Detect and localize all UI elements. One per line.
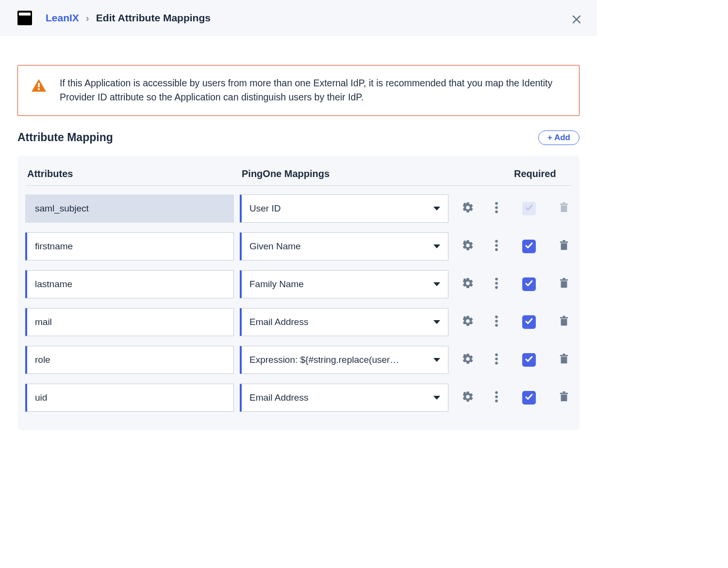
svg-point-28 — [495, 320, 498, 323]
mapping-select[interactable]: Email Address — [240, 384, 448, 412]
svg-rect-10 — [560, 203, 568, 205]
mapping-select[interactable]: Expression: ${#string.replace(user… — [240, 346, 448, 374]
more-options-button[interactable] — [495, 277, 498, 292]
svg-rect-23 — [561, 281, 567, 288]
required-checkbox[interactable] — [522, 240, 536, 253]
check-icon — [525, 241, 533, 252]
table-header: Attributes PingOne Mappings Required — [25, 168, 572, 186]
add-button[interactable]: + Add — [538, 130, 579, 145]
svg-rect-4 — [38, 88, 39, 90]
more-options-button[interactable] — [495, 315, 498, 329]
trash-icon — [559, 391, 569, 405]
kebab-icon — [495, 315, 498, 329]
more-options-button[interactable] — [495, 201, 498, 216]
check-icon — [525, 279, 533, 290]
table-row: lastnameFamily Name — [25, 270, 572, 298]
more-options-button[interactable] — [495, 353, 498, 367]
required-checkbox[interactable] — [522, 277, 536, 291]
mapping-value: Email Address — [249, 317, 308, 327]
svg-point-7 — [495, 206, 498, 209]
chevron-down-icon — [433, 207, 440, 211]
svg-point-34 — [495, 353, 498, 356]
check-icon — [525, 355, 533, 365]
svg-point-14 — [495, 244, 498, 247]
more-options-button[interactable] — [495, 239, 498, 254]
required-checkbox[interactable] — [522, 391, 536, 405]
trash-icon — [559, 315, 569, 329]
trash-icon — [559, 277, 569, 291]
attribute-input[interactable]: uid — [25, 384, 234, 412]
chevron-right-icon: › — [86, 12, 89, 24]
advanced-settings-button[interactable] — [462, 353, 474, 367]
svg-rect-31 — [560, 317, 568, 318]
close-button[interactable] — [571, 14, 582, 27]
attribute-input[interactable]: lastname — [25, 270, 234, 298]
table-row: saml_subjectUser ID — [25, 195, 572, 223]
table-row: mailEmail Address — [25, 308, 572, 336]
more-options-button[interactable] — [495, 390, 498, 405]
svg-point-6 — [495, 202, 498, 205]
svg-point-40 — [463, 391, 466, 394]
attribute-input[interactable]: mail — [25, 308, 234, 336]
svg-point-27 — [495, 315, 498, 318]
section-title: Attribute Mapping — [17, 131, 113, 144]
advanced-settings-button[interactable] — [462, 201, 474, 216]
mapping-select[interactable]: Family Name — [240, 270, 448, 298]
mapping-select[interactable]: Email Address — [240, 308, 448, 336]
table-row: firstnameGiven Name — [25, 232, 572, 260]
svg-rect-46 — [563, 391, 565, 393]
kebab-icon — [495, 277, 498, 292]
delete-button[interactable] — [559, 277, 569, 291]
kebab-icon — [495, 390, 498, 405]
svg-rect-30 — [561, 319, 567, 325]
svg-rect-38 — [560, 355, 568, 356]
svg-point-8 — [495, 210, 498, 213]
svg-rect-37 — [561, 357, 567, 363]
check-icon — [525, 317, 533, 327]
kebab-icon — [495, 353, 498, 367]
svg-point-12 — [463, 240, 466, 243]
breadcrumb-app-link[interactable]: LeanIX — [46, 12, 79, 24]
svg-rect-3 — [38, 83, 39, 87]
attribute-input[interactable]: firstname — [25, 232, 234, 260]
column-header-attributes: Attributes — [27, 168, 236, 179]
svg-point-15 — [495, 248, 498, 251]
advanced-settings-button[interactable] — [462, 239, 474, 254]
mapping-value: User ID — [249, 203, 281, 214]
chevron-down-icon — [433, 358, 440, 362]
svg-point-13 — [495, 240, 498, 243]
advanced-settings-button[interactable] — [462, 277, 474, 292]
trash-icon — [559, 202, 569, 215]
svg-point-42 — [495, 395, 498, 398]
mapping-select[interactable]: User ID — [240, 195, 448, 223]
advanced-settings-button[interactable] — [462, 390, 474, 405]
breadcrumb: LeanIX › Edit Attribute Mappings — [46, 12, 211, 24]
warning-icon — [32, 79, 46, 94]
delete-button[interactable] — [559, 240, 569, 253]
svg-rect-32 — [563, 316, 565, 317]
svg-rect-16 — [561, 243, 567, 250]
advanced-settings-button[interactable] — [462, 315, 474, 329]
required-checkbox[interactable] — [522, 353, 536, 367]
trash-icon — [559, 240, 569, 253]
delete-button[interactable] — [559, 353, 569, 367]
svg-point-22 — [495, 286, 498, 289]
svg-rect-18 — [563, 240, 565, 242]
gear-icon — [462, 353, 474, 367]
close-icon — [571, 14, 582, 25]
mapping-value: Given Name — [249, 241, 301, 252]
mapping-select[interactable]: Given Name — [240, 232, 448, 260]
mapping-table: Attributes PingOne Mappings Required sam… — [17, 156, 579, 430]
delete-button[interactable] — [559, 315, 569, 329]
svg-rect-25 — [563, 278, 565, 279]
required-checkbox[interactable] — [522, 315, 536, 329]
attribute-input: saml_subject — [25, 195, 234, 223]
column-header-required: Required — [514, 168, 548, 179]
svg-point-43 — [495, 399, 498, 402]
chevron-down-icon — [433, 244, 440, 248]
page-title: Edit Attribute Mappings — [96, 12, 211, 24]
svg-point-35 — [495, 357, 498, 360]
attribute-input[interactable]: role — [25, 346, 234, 374]
delete-button[interactable] — [559, 391, 569, 405]
mapping-value: Email Address — [249, 392, 308, 403]
